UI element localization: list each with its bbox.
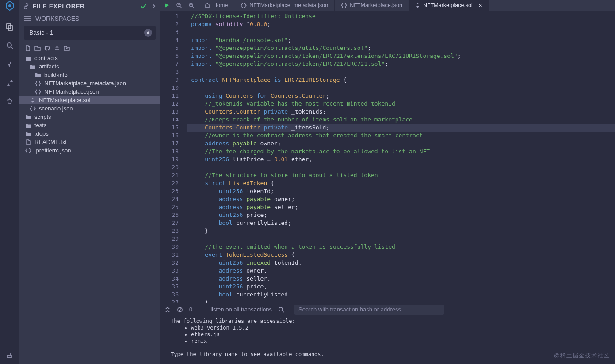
- terminal-lib-link[interactable]: web3 version 1.5.2: [191, 325, 248, 331]
- listen-checkbox[interactable]: [199, 307, 204, 312]
- tree-item[interactable]: scenario.json: [19, 104, 160, 113]
- terminal-lib-link[interactable]: ethers.js: [191, 331, 220, 337]
- solidity-compiler-icon[interactable]: [4, 58, 15, 70]
- tree-item-label: build-info: [44, 72, 68, 78]
- braces-icon: [241, 3, 247, 8]
- tab[interactable]: NFTMarketplace_metadata.json: [234, 0, 335, 11]
- zoom-in-icon[interactable]: [188, 2, 195, 8]
- line-number: 20: [160, 163, 179, 171]
- tree-item[interactable]: contracts: [19, 54, 160, 62]
- new-folder-icon[interactable]: [34, 45, 41, 51]
- tab[interactable]: NFTMarketplace.json: [335, 0, 409, 11]
- clear-icon[interactable]: [177, 307, 183, 313]
- folder-open-icon: [29, 64, 36, 69]
- code-line[interactable]: uint256 price,: [187, 283, 615, 291]
- code-line[interactable]: address owner,: [187, 267, 615, 275]
- code-line[interactable]: //Keeps track of the number of items sol…: [187, 116, 615, 124]
- tree-item[interactable]: NFTMarketplace.sol: [19, 96, 160, 104]
- code-editor[interactable]: 1234567891011121314151617181920212223242…: [160, 11, 615, 303]
- tree-item[interactable]: README.txt: [19, 138, 160, 146]
- code-line[interactable]: }: [187, 227, 615, 235]
- sidebar-title: FILE EXPLORER: [33, 3, 85, 10]
- svg-line-16: [192, 6, 194, 8]
- tree-item[interactable]: .prettierrc.json: [19, 146, 160, 155]
- tree-item-label: NFTMarketplace_metadata.json: [44, 80, 126, 87]
- code-line[interactable]: import "@openzeppelin/contracts/token/ER…: [187, 52, 615, 60]
- code-line[interactable]: address payable seller;: [187, 203, 615, 211]
- line-number: 36: [160, 291, 179, 299]
- search-icon[interactable]: [278, 307, 284, 313]
- code-line[interactable]: //_tokenIds variable has the most recent…: [187, 100, 615, 108]
- code-line[interactable]: event TokenListedSuccess (: [187, 251, 615, 259]
- search-icon[interactable]: [4, 40, 15, 51]
- code-line[interactable]: uint256 indexed tokenId,: [187, 259, 615, 267]
- tree-item[interactable]: artifacts: [19, 62, 160, 71]
- line-number: 19: [160, 155, 179, 163]
- tab[interactable]: Home: [198, 0, 234, 11]
- code-line[interactable]: //the event emitted when a token is succ…: [187, 243, 615, 251]
- tree-item[interactable]: NFTMarketplace.json: [19, 87, 160, 96]
- code-line[interactable]: address payable owner;: [187, 195, 615, 203]
- code-line[interactable]: //SPDX-License-Identifier: Unlicense: [187, 12, 615, 20]
- code-line[interactable]: [187, 28, 615, 36]
- svg-line-7: [11, 100, 12, 101]
- code-line[interactable]: contract NFTMarketplace is ERC721URIStor…: [187, 76, 615, 84]
- code-line[interactable]: [187, 84, 615, 92]
- code-line[interactable]: Counters.Counter private _tokenIds;: [187, 108, 615, 116]
- file-explorer-icon[interactable]: [4, 21, 15, 33]
- play-icon[interactable]: [164, 2, 170, 8]
- code-line[interactable]: //owner is the contract address that cre…: [187, 132, 615, 140]
- tree-item[interactable]: tests: [19, 121, 160, 129]
- code-line[interactable]: Counters.Counter private _itemsSold;: [187, 124, 615, 132]
- code-line[interactable]: import "hardhat/console.sol";: [187, 36, 615, 44]
- code-line[interactable]: using Counters for Counters.Counter;: [187, 92, 615, 100]
- code-line[interactable]: uint256 price;: [187, 211, 615, 219]
- code-line[interactable]: pragma solidity ^0.8.0;: [187, 20, 615, 28]
- code-line[interactable]: uint256 tokenId;: [187, 187, 615, 195]
- code-line[interactable]: //The fee charged by the marketplace to …: [187, 148, 615, 155]
- run-controls: [160, 0, 198, 11]
- terminal-lib: ethers.js: [191, 331, 606, 338]
- code-line[interactable]: );: [187, 299, 615, 303]
- new-file-icon[interactable]: [25, 45, 31, 51]
- terminal-lib: web3 version 1.5.2: [191, 325, 606, 331]
- debugger-icon[interactable]: [4, 95, 15, 107]
- code-line[interactable]: bool currentlyListed;: [187, 219, 615, 227]
- file-tree: contractsartifactsbuild-infoNFTMarketpla…: [19, 53, 160, 364]
- line-number: 6: [160, 52, 179, 60]
- tree-item[interactable]: NFTMarketplace_metadata.json: [19, 79, 160, 87]
- folder-icon: [25, 114, 32, 120]
- upload-folder-icon[interactable]: [64, 45, 70, 51]
- line-number: 16: [160, 132, 179, 140]
- tree-item[interactable]: scripts: [19, 113, 160, 121]
- terminal-search-input[interactable]: Search with transaction hash or address: [294, 305, 444, 315]
- code-line[interactable]: uint256 listPrice = 0.01 ether;: [187, 155, 615, 163]
- upload-icon[interactable]: [54, 45, 60, 51]
- code-line[interactable]: [187, 68, 615, 76]
- tab[interactable]: NFTMarketplace.sol✕: [409, 0, 489, 11]
- check-icon[interactable]: [140, 3, 147, 10]
- code-line[interactable]: address seller,: [187, 275, 615, 283]
- plugin-manager-icon[interactable]: [4, 349, 15, 360]
- file-toolbar: [19, 43, 160, 53]
- workspace-select[interactable]: Basic - 1: [24, 26, 156, 40]
- code-line[interactable]: import "@openzeppelin/contracts/token/ER…: [187, 60, 615, 68]
- code-line[interactable]: struct ListedToken {: [187, 179, 615, 187]
- code-line[interactable]: [187, 235, 615, 243]
- code-area[interactable]: //SPDX-License-Identifier: Unlicenseprag…: [187, 11, 615, 303]
- code-line[interactable]: import "@openzeppelin/contracts/utils/Co…: [187, 44, 615, 52]
- terminal[interactable]: The following libraries are accessible: …: [160, 315, 615, 364]
- tree-item[interactable]: build-info: [19, 71, 160, 79]
- github-icon[interactable]: [44, 45, 50, 51]
- tree-item[interactable]: .deps: [19, 129, 160, 138]
- code-line[interactable]: //The structure to store info about a li…: [187, 171, 615, 179]
- deploy-run-icon[interactable]: [4, 77, 15, 88]
- chevron-right-icon[interactable]: [151, 4, 157, 9]
- zoom-out-icon[interactable]: [176, 2, 182, 8]
- code-line[interactable]: address payable owner;: [187, 140, 615, 148]
- collapse-icon[interactable]: [164, 307, 171, 313]
- main: HomeNFTMarketplace_metadata.jsonNFTMarke…: [160, 0, 615, 364]
- close-icon[interactable]: ✕: [478, 2, 483, 9]
- code-line[interactable]: bool currentlyListed: [187, 291, 615, 299]
- code-line[interactable]: [187, 163, 615, 171]
